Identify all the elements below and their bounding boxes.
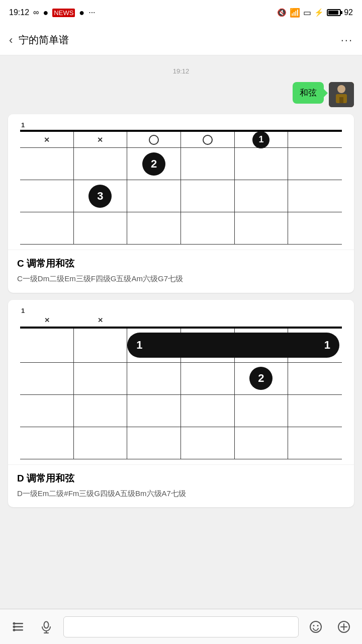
d-ind-1: ✕ — [20, 315, 74, 326]
cell-r3-c5 — [235, 212, 289, 245]
status-right: 🔇 📶 ▭ ⚡ 92 — [277, 8, 353, 18]
cell-r2-c3 — [127, 180, 181, 212]
d-ind-2: ✕ — [74, 315, 128, 326]
d-r2-c4 — [181, 395, 235, 427]
svg-point-14 — [313, 625, 315, 626]
avatar — [329, 82, 354, 107]
chord-diagram-c: 1 ✕ ✕ — [8, 114, 354, 250]
card1-info: C 调常用和弦 C一级Dm二级Em三级F四级G五级Am六级G7七级 — [8, 250, 354, 293]
d-ind-3 — [127, 315, 181, 326]
card-d-chord: 1 ✕ ✕ — [8, 300, 354, 508]
more-status-icon: ··· — [88, 8, 95, 17]
chord-grid-d: ✕ ✕ 1 — [15, 315, 347, 459]
signal-icon: ∞ — [33, 8, 39, 17]
cell-r0-c4 — [181, 132, 235, 148]
cell-r1-c5 — [235, 148, 289, 180]
cell-r1-c6 — [288, 148, 342, 180]
nav-bar: ‹ 宁的简单谱 ··· — [0, 25, 362, 55]
cell-r1-c2 — [74, 148, 128, 180]
d-r2-c5 — [235, 395, 289, 427]
grid-row1: 2 — [20, 148, 342, 180]
battery-icon — [327, 9, 341, 16]
sent-text: 和弦 — [300, 88, 317, 98]
d-r3-c6 — [288, 427, 342, 459]
d-r1-c1 — [20, 363, 74, 395]
cell-r2-c2: 3 — [74, 180, 128, 212]
card-c-chord: 1 ✕ ✕ — [8, 114, 354, 293]
d-r3-c5 — [235, 427, 289, 459]
bottom-bar — [0, 609, 362, 644]
open-string-4 — [203, 135, 213, 145]
finger-2-c: 2 — [142, 152, 165, 176]
d-r2-c1 — [20, 395, 74, 427]
d-r1-c6 — [288, 363, 342, 395]
chord-grid-c: ✕ ✕ 1 — [15, 130, 347, 245]
d-r2-c2 — [74, 395, 128, 427]
svg-point-10 — [44, 621, 49, 628]
d-r3-c3 — [127, 427, 181, 459]
sent-message-row: 和弦 — [8, 82, 354, 107]
screen-icon: ▭ — [303, 8, 311, 18]
d-r2-c6 — [288, 395, 342, 427]
mute-icon: 🔇 — [277, 8, 287, 17]
cell-r3-c2 — [74, 212, 128, 245]
d-r1-c5: 2 — [235, 363, 289, 395]
message-input[interactable] — [63, 616, 299, 637]
charge-icon: ⚡ — [314, 8, 324, 17]
mute-x2: ✕ — [97, 136, 103, 144]
d-grid-row3 — [20, 427, 342, 459]
grid-row0: ✕ ✕ 1 — [20, 130, 342, 148]
d-r1-c3 — [127, 363, 181, 395]
d-ind-5 — [235, 315, 289, 326]
grid-row2: 3 — [20, 180, 342, 212]
status-left: 19:12 ∞ ● NEWS ● ··· — [9, 8, 96, 18]
emoji-button[interactable] — [305, 616, 327, 638]
svg-point-9 — [13, 628, 16, 631]
chord-diagram-d: 1 ✕ ✕ — [8, 300, 354, 464]
avatar-image — [329, 82, 354, 107]
cell-r3-c1 — [20, 212, 74, 245]
cell-r0-c2: ✕ — [74, 132, 128, 148]
card1-title: C 调常用和弦 — [17, 257, 345, 270]
cell-r3-c4 — [181, 212, 235, 245]
card2-desc: D一级Em二级#Fm三级G四级A五级Bm六级A7七级 — [17, 488, 345, 500]
cell-r0-c6 — [288, 132, 342, 148]
fret-label-c: 1 — [21, 121, 347, 129]
time: 19:12 — [9, 8, 29, 17]
cell-r0-c5: 1 — [235, 132, 289, 148]
card2-title: D 调常用和弦 — [17, 472, 345, 485]
chat-area: 19:12 和弦 1 — [0, 55, 362, 609]
d-r0-c2 — [74, 329, 128, 363]
d-r3-c4 — [181, 427, 235, 459]
d-r0-c1 — [20, 329, 74, 363]
cell-r1-c4 — [181, 148, 235, 180]
finger-3-c: 3 — [88, 185, 112, 208]
finger-1-c: 1 — [252, 131, 269, 148]
more-button[interactable]: ··· — [341, 34, 353, 47]
back-button[interactable]: ‹ — [9, 34, 13, 47]
cell-r1-c1 — [20, 148, 74, 180]
card1-desc: C一级Dm二级Em三级F四级G五级Am六级G7七级 — [17, 273, 345, 285]
cell-r0-c3 — [127, 132, 181, 148]
svg-point-1 — [337, 85, 345, 93]
grid-row3 — [20, 212, 342, 245]
battery-level: 92 — [344, 8, 353, 17]
cell-r2-c1 — [20, 180, 74, 212]
news-icon: NEWS — [52, 9, 75, 17]
svg-point-8 — [13, 625, 16, 628]
sent-bubble: 和弦 — [293, 82, 324, 104]
add-button[interactable] — [333, 616, 355, 638]
d-ind-6 — [288, 315, 342, 326]
mute-d1: ✕ — [44, 316, 50, 324]
barre-bar-d: 1 1 — [127, 333, 339, 358]
cell-r0-c1: ✕ — [20, 132, 74, 148]
status-bar: 19:12 ∞ ● NEWS ● ··· 🔇 📶 ▭ ⚡ 92 — [0, 0, 362, 25]
d-grid-row2 — [20, 395, 342, 427]
chat2-icon: ● — [79, 8, 84, 18]
d-r0-c3: 1 1 — [127, 329, 181, 363]
barre-label-left: 1 — [136, 339, 142, 352]
open-string-3 — [149, 135, 159, 145]
voice-button[interactable] — [35, 616, 57, 638]
list-button[interactable] — [7, 616, 29, 638]
d-r3-c1 — [20, 427, 74, 459]
